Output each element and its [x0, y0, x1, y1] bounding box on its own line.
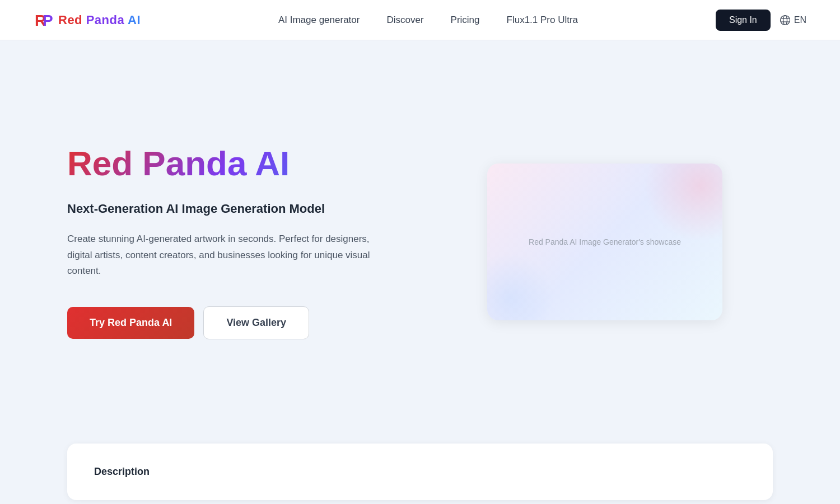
nav-ai-image-generator[interactable]: AI Image generator: [278, 15, 360, 26]
nav-pricing[interactable]: Pricing: [451, 15, 480, 26]
logo-text: Red Panda AI: [58, 13, 141, 27]
language-selector[interactable]: EN: [780, 15, 806, 26]
sign-in-button[interactable]: Sign In: [716, 10, 771, 31]
description-section: Description: [0, 432, 840, 504]
navbar-right: Sign In EN: [716, 10, 806, 31]
gallery-button[interactable]: View Gallery: [203, 306, 309, 339]
hero-image-container: Red Panda AI Image Generator's showcase: [437, 164, 773, 320]
description-label: Description: [94, 466, 161, 478]
nav-links: AI Image generator Discover Pricing Flux…: [278, 15, 578, 26]
logo-icon: R P: [34, 10, 54, 30]
svg-point-3: [780, 15, 790, 25]
hero-buttons: Try Red Panda AI View Gallery: [67, 306, 392, 339]
try-button[interactable]: Try Red Panda AI: [67, 307, 194, 339]
description-card: Description: [67, 444, 773, 500]
language-icon: [780, 15, 791, 26]
language-label: EN: [794, 15, 806, 25]
hero-image-bg: Red Panda AI Image Generator's showcase: [487, 164, 722, 320]
nav-flux-pro-ultra[interactable]: Flux1.1 Pro Ultra: [507, 15, 578, 26]
hero-section: Red Panda AI Next-Generation AI Image Ge…: [0, 40, 840, 432]
svg-text:P: P: [43, 12, 53, 29]
hero-title: Red Panda AI: [67, 144, 392, 183]
hero-image-alt-text: Red Panda AI Image Generator's showcase: [529, 237, 681, 246]
hero-subtitle: Next-Generation AI Image Generation Mode…: [67, 200, 392, 218]
hero-description: Create stunning AI-generated artwork in …: [67, 231, 392, 280]
svg-point-4: [783, 15, 787, 25]
navbar: R P Red Panda AI AI Image generator Disc…: [0, 0, 840, 40]
nav-discover[interactable]: Discover: [386, 15, 423, 26]
logo[interactable]: R P Red Panda AI: [34, 10, 141, 30]
hero-content: Red Panda AI Next-Generation AI Image Ge…: [67, 144, 392, 340]
